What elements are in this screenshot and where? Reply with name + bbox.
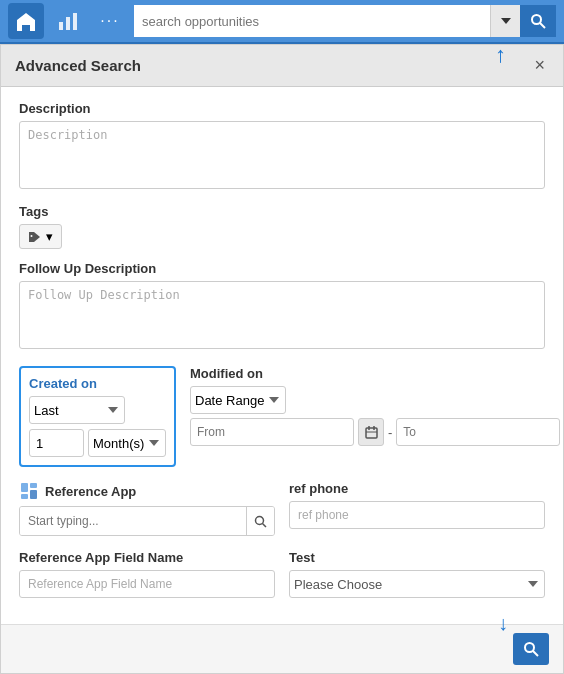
created-on-number-input[interactable] — [29, 429, 84, 457]
ref-app-icon — [19, 481, 39, 501]
search-dropdown-button[interactable] — [490, 5, 520, 37]
svg-line-19 — [263, 523, 267, 527]
ref-phone-input[interactable] — [289, 501, 545, 529]
modal-title: Advanced Search — [15, 57, 141, 74]
modified-on-select[interactable]: Date Range Last This Week — [190, 386, 286, 414]
svg-point-18 — [256, 516, 264, 524]
created-on-range-select[interactable]: Last Date Range This Week This Month — [29, 396, 125, 424]
chart-button[interactable] — [50, 3, 86, 39]
svg-rect-6 — [366, 428, 377, 438]
test-label: Test — [289, 550, 545, 565]
svg-point-5 — [31, 235, 33, 237]
ref-app-field-name-section: Reference App Field Name — [19, 550, 275, 598]
svg-rect-2 — [73, 13, 77, 30]
close-button[interactable]: × — [530, 55, 549, 76]
followup-label: Follow Up Description — [19, 261, 545, 276]
ref-app-search-row — [19, 506, 275, 536]
ref-app-search-input[interactable] — [20, 507, 246, 535]
created-on-period-select[interactable]: Month(s) Day(s) Week(s) Year(s) — [88, 429, 166, 457]
description-textarea[interactable] — [19, 121, 545, 189]
test-section: Test Please Choose — [289, 550, 545, 598]
ref-phone-section: ref phone — [289, 481, 545, 536]
svg-rect-16 — [21, 494, 28, 499]
ref-app-label: Reference App — [45, 484, 136, 499]
svg-rect-0 — [59, 22, 63, 30]
svg-rect-1 — [66, 17, 70, 30]
followup-textarea[interactable] — [19, 281, 545, 349]
search-go-button[interactable] — [520, 5, 556, 37]
test-select[interactable]: Please Choose — [289, 570, 545, 598]
created-on-label: Created on — [29, 376, 166, 391]
created-on-box: Created on Last Date Range This Week Thi… — [19, 366, 176, 467]
ref-app-section: Reference App — [19, 481, 275, 536]
modified-on-box: Modified on Date Range Last This Week — [190, 366, 563, 467]
home-button[interactable] — [8, 3, 44, 39]
more-options-button[interactable]: ··· — [92, 3, 128, 39]
modal-body: Description Tags ▾ Follow Up Description… — [1, 87, 563, 624]
tags-dropdown-arrow: ▾ — [46, 229, 53, 244]
to-date-input[interactable] — [396, 418, 560, 446]
modified-on-label: Modified on — [190, 366, 563, 381]
footer-search-button[interactable] — [513, 633, 549, 665]
date-range-separator: - — [388, 425, 392, 440]
svg-point-20 — [525, 643, 534, 652]
description-label: Description — [19, 101, 545, 116]
tags-button[interactable]: ▾ — [19, 224, 62, 249]
ref-app-search-button[interactable] — [246, 507, 274, 535]
search-wrapper — [134, 5, 556, 37]
tags-label: Tags — [19, 204, 545, 219]
ref-phone-label: ref phone — [289, 481, 545, 496]
search-input[interactable] — [134, 5, 490, 37]
svg-line-4 — [540, 23, 545, 28]
from-calendar-button[interactable] — [358, 418, 384, 446]
top-bar: ··· — [0, 0, 564, 44]
svg-line-21 — [533, 651, 538, 656]
svg-rect-17 — [30, 490, 37, 499]
ref-app-field-name-label: Reference App Field Name — [19, 550, 275, 565]
svg-rect-14 — [21, 483, 28, 492]
svg-rect-15 — [30, 483, 37, 488]
ref-app-field-name-input[interactable] — [19, 570, 275, 598]
from-date-input[interactable] — [190, 418, 354, 446]
modal-footer: ↓ — [1, 624, 563, 673]
modal-header: Advanced Search × — [1, 45, 563, 87]
svg-point-3 — [532, 15, 541, 24]
advanced-search-panel: Advanced Search × Description Tags ▾ Fol… — [0, 44, 564, 674]
